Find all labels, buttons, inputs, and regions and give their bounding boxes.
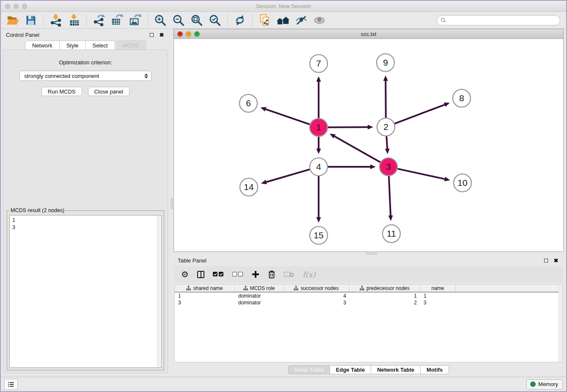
cell-predecessor-nodes[interactable]: 2: [350, 299, 420, 306]
graph-edge-2-3[interactable]: [386, 136, 387, 149]
zoom-out-button[interactable]: [171, 14, 186, 27]
close-panel-button-2[interactable]: Close panel: [88, 87, 130, 96]
tab-select[interactable]: Select: [86, 41, 115, 50]
table-tabs: Node Table Edge Table Network Table Moti…: [288, 365, 449, 374]
graph-edge-1-2[interactable]: [328, 127, 368, 127]
import-network-icon: [50, 14, 62, 27]
cell-shared-name[interactable]: 1: [175, 293, 235, 299]
graph-arrowhead: [261, 180, 267, 185]
horizontal-splitter[interactable]: [173, 252, 564, 255]
show-view-button[interactable]: [312, 14, 327, 27]
show-columns-button[interactable]: [197, 269, 204, 280]
column-header-mcds-role[interactable]: MCDS role: [235, 284, 284, 292]
import-table-button[interactable]: [66, 14, 82, 27]
control-panel-tabs: Network Style Select MCDS: [1, 41, 170, 50]
toolbar-separator: [227, 14, 228, 26]
criterion-value: strongly connected component: [24, 73, 143, 79]
cell-name[interactable]: 1: [420, 293, 456, 299]
cell-mcds-role[interactable]: dominator: [235, 293, 284, 299]
graph-edge-4-14[interactable]: [266, 169, 310, 182]
export-image-button[interactable]: [128, 14, 143, 27]
export-table-button[interactable]: [110, 14, 125, 27]
result-line: 3: [12, 224, 155, 231]
memory-button[interactable]: Memory: [526, 379, 563, 389]
graph-arrowhead: [317, 217, 321, 223]
attribute-icon: [186, 286, 191, 290]
node-table: shared name MCDS role successor nodes: [174, 284, 563, 362]
float-panel-button[interactable]: [148, 31, 155, 38]
zoom-in-button[interactable]: [153, 14, 168, 27]
delete-column-button[interactable]: [268, 269, 275, 280]
hide-view-button[interactable]: [294, 14, 309, 27]
cell-successor-nodes[interactable]: 3: [284, 299, 350, 306]
network-view-window: ✕ − + scc.txt 7968124314101511: [173, 29, 564, 252]
cell-name[interactable]: 3: [420, 299, 456, 306]
home-view-button[interactable]: [275, 14, 291, 27]
graph-arrowhead: [368, 125, 373, 130]
criterion-dropdown[interactable]: strongly connected component: [19, 71, 151, 81]
clone-network-button[interactable]: [257, 14, 272, 27]
column-header-name[interactable]: name: [420, 284, 456, 292]
tab-node-table[interactable]: Node Table: [288, 365, 330, 374]
cell-shared-name[interactable]: 3: [175, 299, 235, 306]
network-graph[interactable]: 7968124314101511: [174, 39, 563, 251]
splitter-grip: [171, 198, 173, 209]
refresh-button[interactable]: [232, 14, 248, 27]
column-header-shared-name[interactable]: shared name: [175, 284, 235, 292]
search-input[interactable]: [449, 17, 556, 23]
graph-edge-1-6[interactable]: [266, 109, 310, 124]
attribute-icon: [243, 286, 248, 290]
graph-edge-2-9[interactable]: [385, 81, 386, 118]
graph-arrowhead: [444, 177, 450, 182]
table-header-row: shared name MCDS role successor nodes: [175, 284, 562, 293]
zoom-selected-button[interactable]: [207, 14, 223, 27]
close-panel-button[interactable]: ✖: [158, 31, 165, 38]
graph-edge-3-11[interactable]: [389, 176, 391, 215]
table-scrollbar[interactable]: [559, 284, 562, 362]
import-network-button[interactable]: [48, 14, 63, 27]
table-settings-button[interactable]: ⚙: [181, 269, 189, 280]
graph-edge-3-10[interactable]: [397, 169, 444, 179]
graph-arrowhead: [317, 76, 321, 82]
column-header-predecessor-nodes[interactable]: predecessor nodes: [350, 284, 420, 292]
cell-successor-nodes[interactable]: 4: [284, 293, 350, 299]
select-all-rows-button[interactable]: [213, 269, 224, 280]
result-scrollbar[interactable]: [157, 216, 161, 367]
vertical-splitter[interactable]: [170, 29, 173, 377]
column-header-successor-nodes[interactable]: successor nodes: [284, 284, 350, 292]
graph-arrowhead: [317, 149, 321, 154]
tab-style[interactable]: Style: [60, 41, 86, 50]
table-row[interactable]: 3 dominator 3 2 3: [175, 299, 562, 306]
toolbar-separator: [43, 14, 44, 26]
delete-table-button-disabled: [284, 269, 294, 280]
export-network-icon: [93, 14, 105, 27]
deselect-all-rows-button[interactable]: [232, 269, 243, 280]
close-table-panel-button[interactable]: ✖: [553, 257, 559, 264]
save-session-button[interactable]: [23, 14, 39, 27]
add-column-button[interactable]: [252, 269, 259, 280]
network-canvas[interactable]: 7968124314101511: [174, 39, 563, 251]
export-network-button[interactable]: [91, 14, 107, 27]
cell-predecessor-nodes[interactable]: 1: [350, 293, 420, 299]
import-table-icon: [68, 14, 80, 27]
float-table-panel-button[interactable]: [542, 257, 549, 264]
tab-mcds[interactable]: MCDS: [116, 41, 146, 50]
search-icon: [440, 17, 446, 23]
zoom-fit-button[interactable]: [189, 14, 204, 27]
open-session-button[interactable]: [5, 14, 20, 27]
graph-node-label: 11: [387, 229, 396, 238]
graph-node-label: 7: [316, 58, 321, 68]
tab-edge-table[interactable]: Edge Table: [330, 365, 371, 374]
graph-node-label: 8: [459, 93, 464, 103]
cell-mcds-role[interactable]: dominator: [235, 299, 284, 306]
task-history-button[interactable]: [4, 379, 18, 390]
tab-motifs[interactable]: Motifs: [421, 365, 449, 374]
table-row[interactable]: 1 dominator 4 1 1: [175, 293, 562, 299]
tab-network-table[interactable]: Network Table: [371, 365, 421, 374]
graph-edge-3-1[interactable]: [334, 136, 380, 162]
run-mcds-button[interactable]: Run MCDS: [41, 87, 82, 96]
tab-network[interactable]: Network: [25, 41, 60, 50]
search-field[interactable]: [437, 15, 560, 25]
mcds-result-text[interactable]: 1 3: [9, 215, 162, 368]
graph-edge-2-8[interactable]: [395, 105, 445, 124]
